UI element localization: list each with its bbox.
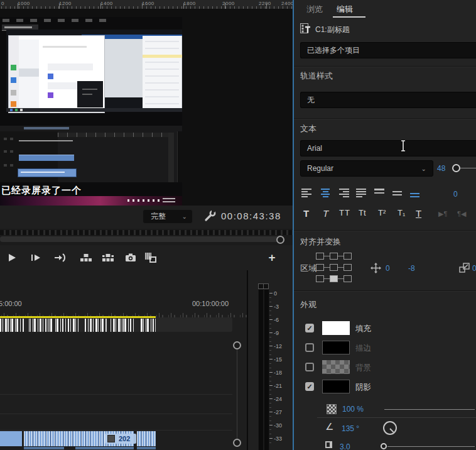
zoom-level-select[interactable]: 完整 ⌄ [143, 210, 192, 223]
font-size-slider-knob[interactable] [452, 164, 460, 172]
ruler-label: 1400 [100, 1, 113, 6]
essential-graphics-panel: 浏览 编辑 C1:副标题 已选择多个项目 轨道样式 无 文本 Arial [294, 0, 476, 450]
settings-wrench-icon[interactable] [204, 209, 217, 222]
lift-button[interactable] [79, 251, 93, 265]
ruler-label: 0 [1, 1, 4, 6]
font-style-select[interactable]: Regular ⌄ [300, 160, 433, 177]
timecode-display[interactable]: 00:08:43:38 [221, 211, 281, 221]
align-right-button[interactable] [338, 189, 349, 199]
font-size-slider[interactable] [460, 168, 476, 168]
preview-window [77, 81, 103, 107]
preview-mini-timeline [0, 126, 182, 182]
align-transform-label: 对齐并变换 [300, 236, 341, 248]
subscript-button[interactable]: T₁ [398, 208, 405, 217]
extract-button[interactable] [101, 251, 115, 265]
tab-browse[interactable]: 浏览 [306, 4, 323, 15]
graphic-clip-icon [107, 435, 115, 442]
all-caps-button[interactable]: TT [339, 208, 350, 217]
ruler-label: 1000 [18, 1, 30, 6]
ruler-label: 2400 [281, 1, 294, 6]
align-bottom-button[interactable] [410, 189, 421, 203]
shadow-angle-dial[interactable] [383, 421, 397, 435]
shadow-label: 阴影 [355, 382, 371, 393]
shadow-distance-knob[interactable] [381, 443, 387, 449]
position-y-value[interactable]: -8 [408, 264, 415, 273]
font-family-select[interactable]: Arial [300, 140, 476, 156]
shadow-opacity-value[interactable]: 100 % [342, 405, 364, 414]
vscroll-knob-top[interactable] [233, 341, 241, 349]
ruler-label: 1600 [142, 1, 154, 6]
tab-edit[interactable]: 编辑 [337, 4, 353, 15]
align-left-button[interactable] [301, 189, 313, 199]
shadow-angle-icon: ∠ [325, 421, 333, 432]
active-tab-underline [333, 16, 365, 18]
tracking-value[interactable]: 0 [453, 190, 458, 199]
transport-controls: + [0, 245, 293, 271]
sub-divider [317, 417, 476, 418]
premiere-window: 0 1000 1200 1400 1600 1800 2000 2200 240… [0, 0, 476, 450]
play-in-to-out-button[interactable] [29, 251, 43, 265]
fill-color-swatch[interactable] [322, 321, 350, 335]
shadow-checkbox[interactable]: ✓ [305, 382, 314, 391]
timeline-panel: 5:00:00 00:10:00:00 202 [0, 270, 247, 450]
meter-scale-label: 0 [274, 290, 277, 297]
comparison-view-button[interactable] [144, 251, 158, 265]
monitor-scrollbar[interactable] [0, 229, 293, 246]
text-direction-rtl-icon[interactable]: ¶◀ [457, 210, 466, 218]
selection-status-field[interactable]: 已选择多个项目 [300, 42, 476, 58]
play-to-out-button[interactable] [53, 251, 67, 265]
shadow-opacity-icon [327, 404, 337, 414]
timeline-clip[interactable] [137, 431, 156, 446]
align-top-button[interactable] [374, 189, 386, 199]
superscript-button[interactable]: T² [378, 208, 386, 217]
meter-scale-label: -27 [274, 409, 282, 415]
shadow-opacity-slider[interactable] [384, 409, 475, 410]
stroke-checkbox[interactable] [305, 343, 314, 352]
faux-bold-button[interactable]: T [303, 208, 309, 219]
align-middle-button[interactable] [392, 189, 404, 201]
font-size-value[interactable]: 48 [437, 164, 445, 173]
button-editor-add-button[interactable]: + [265, 251, 279, 265]
meter-scale-label: -24 [274, 396, 282, 402]
clip-indicator [263, 283, 269, 289]
justify-button[interactable] [356, 189, 367, 199]
fill-checkbox[interactable]: ✓ [305, 324, 314, 332]
shadow-color-swatch[interactable] [322, 380, 350, 393]
text-direction-ltr-icon[interactable]: ▶¶ [438, 210, 447, 218]
shadow-distance-value[interactable]: 3.0 [340, 442, 350, 450]
audio-meter-panel: 0 -3 -6 -9 -12 -15 -18 -21 -24 -27 -30 -… [248, 270, 293, 450]
scrollbar-knob[interactable] [276, 236, 284, 244]
export-frame-button[interactable] [124, 251, 138, 265]
shadow-distance-slider[interactable] [387, 446, 475, 447]
work-area-bar[interactable] [0, 316, 156, 318]
shadow-distance-icon [325, 441, 332, 448]
stroke-color-swatch[interactable] [322, 341, 350, 354]
faux-italic-button[interactable]: T [323, 208, 328, 219]
stroke-label: 描边 [355, 343, 371, 354]
track-style-select[interactable]: 无 [300, 92, 476, 108]
meter-scale-label: -6 [274, 317, 279, 323]
monitor-controls: 完整 ⌄ 00:08:43:38 [0, 206, 293, 229]
zone-cell-selected [330, 275, 338, 282]
track-style-label: 轨道样式 [300, 70, 333, 82]
preview-desktop-taskbar [6, 108, 182, 112]
zone-grid[interactable] [316, 253, 352, 282]
shadow-angle-value[interactable]: 135 ° [342, 424, 359, 433]
timeline-marker-band[interactable] [0, 317, 232, 332]
small-caps-button[interactable]: Tt [359, 208, 366, 217]
timeline-vertical-scrollbar[interactable] [237, 347, 237, 441]
background-checkbox[interactable] [305, 363, 314, 371]
align-center-button[interactable] [320, 189, 331, 199]
background-label: 背景 [355, 363, 371, 373]
scale-value[interactable]: 0 [472, 264, 476, 273]
background-color-swatch[interactable] [322, 360, 350, 374]
meter-scale-label: -18 [274, 370, 282, 376]
ruler-label: 2000 [222, 1, 235, 6]
position-icon [371, 263, 381, 273]
play-button[interactable] [5, 251, 19, 265]
vscroll-knob-bottom[interactable] [233, 439, 241, 447]
timeline-clip[interactable] [0, 431, 22, 446]
underline-button[interactable]: T [416, 208, 421, 219]
position-x-value[interactable]: 0 [386, 264, 390, 273]
layer-name[interactable]: C1:副标题 [315, 25, 350, 35]
